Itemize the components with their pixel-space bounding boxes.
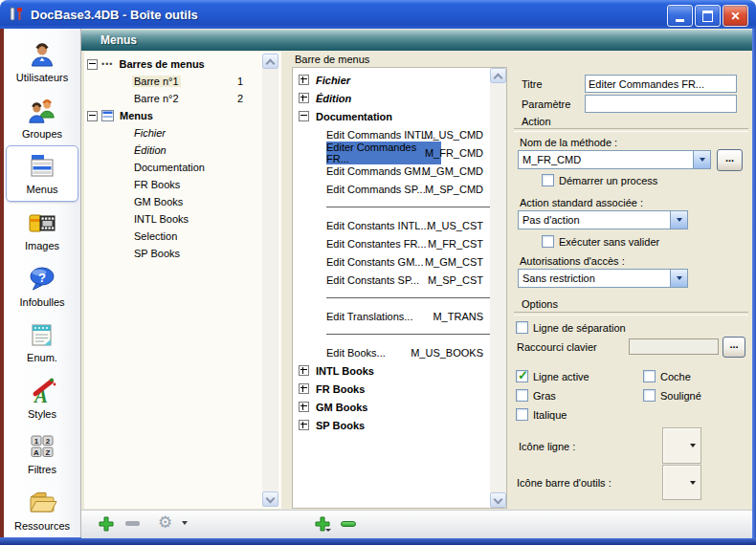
expand-icon[interactable]	[299, 93, 309, 103]
menu-item-editer-commandes-fr[interactable]: Editer Commandes FR... M_FR_CMD	[293, 143, 506, 162]
sidebar-item-utilisateurs[interactable]: Utilisateurs	[6, 33, 78, 90]
scroll-up-button[interactable]	[490, 68, 506, 83]
close-button[interactable]: ✕	[723, 5, 748, 27]
separator-line-checkbox[interactable]: Ligne de séparation	[516, 321, 626, 334]
remove-menu-entry-button[interactable]	[341, 521, 356, 527]
menu-node-fichier[interactable]: Fichier	[293, 71, 506, 89]
menu-item-edit-constants-sp[interactable]: Edit Constants SP... M_SP_CST	[293, 271, 506, 289]
chevron-down-icon[interactable]	[693, 151, 710, 168]
collapse-icon[interactable]	[299, 111, 309, 121]
collapse-icon[interactable]	[87, 111, 98, 121]
menu-node-gm-books[interactable]: GM Books	[293, 398, 506, 416]
title-bar[interactable]: DocBase3.4DB - Boîte outils ✕	[0, 0, 756, 29]
tree-item-barre-n2[interactable]: Barre n°2 2	[84, 90, 281, 107]
sidebar-item-styles[interactable]: A Styles	[6, 369, 78, 425]
menu-node-edition[interactable]: Édition	[293, 89, 506, 107]
underline-checkbox[interactable]: Souligné	[643, 389, 701, 402]
remove-menubar-button[interactable]	[125, 521, 140, 526]
tree-item-selection[interactable]: Selection	[84, 228, 281, 245]
sidebar-item-label: Menus	[26, 184, 57, 195]
sidebar-item-filtres[interactable]: 1 2 A Z Filtres	[6, 425, 78, 482]
line-active-checkbox[interactable]: Ligne active	[516, 370, 589, 382]
menu-item-edit-constantes-fr[interactable]: Edit Constantes FR... M_FR_CST	[293, 234, 506, 252]
shortcut-browse-button[interactable]: ...	[723, 337, 745, 358]
expand-icon[interactable]	[299, 402, 309, 412]
menu-item-edit-commands-gm[interactable]: Edit Commands GM... M_GM_CMD	[293, 162, 506, 180]
tree-item-gm-books[interactable]: GM Books	[84, 193, 281, 210]
tree-item-fr-books[interactable]: FR Books	[84, 176, 281, 193]
menu-node-documentation[interactable]: Documentation	[293, 107, 506, 125]
chevron-down-icon[interactable]	[670, 270, 687, 287]
collapse-icon[interactable]	[87, 59, 98, 70]
method-browse-button[interactable]: ...	[717, 149, 743, 171]
menu-tree-panel: Barres de menus Barre n°1 1 Barre n°2 2 …	[84, 52, 281, 509]
bold-checkbox[interactable]: Gras	[516, 389, 556, 402]
options-section-label: Options	[522, 298, 558, 310]
checkbox-icon[interactable]	[516, 408, 528, 421]
sidebar-item-label: Infobulles	[19, 296, 64, 308]
menu-item-edit-books[interactable]: Edit Books... M_US_BOOKS	[293, 343, 506, 361]
tree-item-documentation[interactable]: Documentation	[84, 159, 281, 176]
line-icon-dropdown[interactable]	[662, 427, 701, 464]
sidebar-item-enum[interactable]: Enum.	[6, 314, 78, 370]
expand-icon[interactable]	[299, 365, 309, 376]
tree-item-fichier[interactable]: Fichier	[84, 124, 281, 142]
tree-item-barre-n1[interactable]: Barre n°1 1	[84, 73, 281, 90]
menu-item-edit-constants-intl[interactable]: Edit Constants INTL... M_US_CST	[293, 216, 506, 234]
tree-item-intl-books[interactable]: INTL Books	[84, 210, 281, 228]
chevron-down-icon[interactable]	[670, 211, 687, 229]
scrollbar-track[interactable]	[490, 83, 506, 492]
checkbox-checked-icon[interactable]	[516, 370, 528, 382]
toolbar-icon-dropdown[interactable]	[662, 465, 701, 500]
sidebar-item-ressources[interactable]: Ressources	[6, 482, 78, 538]
standard-action-select[interactable]: Pas d'action	[518, 210, 688, 229]
shortcut-input[interactable]	[629, 338, 719, 355]
minimize-button[interactable]	[667, 5, 693, 27]
expand-icon[interactable]	[299, 420, 309, 430]
execute-without-validate-checkbox[interactable]: Exécuter sans valider	[542, 235, 659, 248]
scroll-up-button[interactable]	[262, 54, 278, 69]
checkbox-icon[interactable]	[516, 321, 528, 334]
add-menubar-button[interactable]	[99, 516, 114, 532]
method-name-select[interactable]: M_FR_CMD	[518, 150, 711, 169]
menu-node-fr-books[interactable]: FR Books	[293, 380, 506, 398]
italic-checkbox[interactable]: Italique	[516, 408, 567, 421]
add-menu-entry-button[interactable]	[315, 516, 330, 532]
menu-list-scrollbar[interactable]	[490, 68, 506, 508]
menu-item-edit-constants-gm[interactable]: Edit Constants GM... M_GM_CST	[293, 252, 506, 271]
sidebar-item-groupes[interactable]: Groupes	[6, 90, 78, 146]
expand-icon[interactable]	[299, 383, 309, 394]
menu-node-sp-books[interactable]: SP Books	[293, 416, 506, 434]
titre-input[interactable]	[585, 75, 737, 93]
tree-scrollbar[interactable]	[262, 54, 278, 507]
menu-item-edit-translations[interactable]: Edit Translations... M_TRANS	[293, 307, 506, 325]
gear-menu-arrow[interactable]	[182, 521, 188, 525]
check-checkbox[interactable]: Coche	[643, 370, 691, 382]
checkbox-icon[interactable]	[516, 389, 528, 402]
tree-item-sp-books[interactable]: SP Books	[84, 245, 281, 262]
scroll-down-button[interactable]	[262, 491, 278, 507]
checkbox-icon[interactable]	[643, 370, 656, 382]
method-name: M_SP_CST	[428, 274, 483, 286]
minimize-icon	[676, 19, 684, 22]
parametre-input[interactable]	[585, 95, 737, 113]
checkbox-icon[interactable]	[643, 389, 656, 402]
menu-item-edit-commands-sp[interactable]: Edit Commands SP... M_SP_CMD	[293, 180, 506, 198]
maximize-button[interactable]	[695, 5, 721, 27]
actions-gear-button[interactable]: ⚙	[158, 514, 172, 531]
menu-node-intl-books[interactable]: INTL Books	[293, 361, 506, 380]
tree-node-barres-de-menus[interactable]: Barres de menus	[84, 55, 281, 73]
start-process-checkbox[interactable]: Démarrer un process	[542, 174, 657, 186]
chevron-up-icon	[494, 74, 503, 83]
checkbox-icon[interactable]	[542, 235, 554, 248]
sidebar-item-menus[interactable]: Menus	[6, 145, 78, 202]
checkbox-icon[interactable]	[542, 174, 554, 186]
sidebar-item-images[interactable]: Images	[6, 202, 78, 258]
tree-item-edition[interactable]: Édition	[84, 142, 281, 159]
expand-icon[interactable]	[299, 75, 309, 85]
access-select[interactable]: Sans restriction	[518, 269, 688, 288]
scrollbar-track[interactable]	[262, 69, 278, 491]
scroll-down-button[interactable]	[490, 492, 506, 508]
sidebar-item-infobulles[interactable]: ? Infobulles	[6, 257, 78, 314]
tree-node-menus[interactable]: Menus	[84, 107, 281, 124]
